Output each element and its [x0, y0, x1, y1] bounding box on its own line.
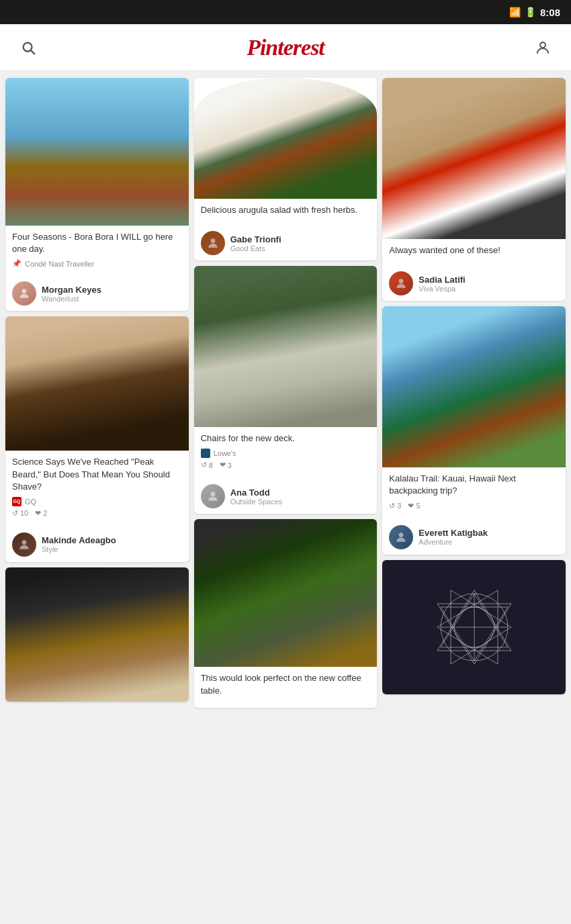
pin-card-beard[interactable]: Science Says We've Reached "Peak Beard,"…: [5, 316, 189, 562]
pin-image-furniture: [5, 567, 189, 702]
pin-grid: Four Seasons - Bora Bora I WILL go here …: [0, 71, 571, 714]
status-icons: 📶 🔋 8:08: [509, 7, 560, 18]
wifi-icon: 📶: [509, 7, 521, 17]
pin-title-bora-bora: Four Seasons - Bora Bora I WILL go here …: [12, 231, 182, 255]
svg-point-2: [540, 42, 545, 48]
pin-source-name-deck-chair: Lowe's: [214, 449, 236, 457]
pin-stats-kauai: ↺ 3 ❤ 5: [389, 502, 559, 510]
user-name-everett-katigbak: Everett Katigbak: [419, 528, 488, 538]
center-column: Delicious arugula salad with fresh herbs…: [194, 78, 378, 708]
pin-card-kauai[interactable]: Kalalau Trail: Kauai, Hawaii Next backpa…: [382, 306, 566, 554]
svg-point-8: [399, 533, 404, 537]
avatar-makinde-adeagbo: [12, 533, 36, 557]
pin-title-beard: Science Says We've Reached "Peak Beard,"…: [12, 456, 182, 493]
like-icon-deck-chair: ❤: [220, 461, 226, 469]
user-info-makinde-adeagbo: Makinde Adeagbo Style: [42, 535, 116, 553]
pin-content-deck-chair: Chairs for the new deck. Lowe's ↺ 8 ❤ 3: [194, 427, 378, 480]
repin-count-deck-chair: 8: [209, 461, 213, 469]
status-time: 8:08: [540, 7, 560, 18]
repin-icon-kauai: ↺: [389, 502, 395, 510]
pin-title-deck-chair: Chairs for the new deck.: [201, 432, 371, 445]
pin-card-vespa[interactable]: Always wanted one of these! Sadia Latifi…: [382, 78, 566, 301]
user-info-sadia-latifi: Sadia Latifi Viva Vespa: [419, 275, 465, 293]
battery-icon: 🔋: [525, 7, 536, 17]
pin-source-name-beard: GQ: [25, 498, 36, 506]
user-name-ana-todd: Ana Todd: [230, 488, 283, 498]
svg-point-5: [210, 239, 215, 244]
pin-content-terrarium: This would look perfect on the new coffe…: [194, 667, 378, 707]
svg-line-1: [31, 50, 34, 54]
lowes-source-icon: [201, 449, 210, 458]
pin-content-vespa: Always wanted one of these!: [382, 239, 566, 267]
app-logo: Pinterest: [247, 35, 324, 60]
pin-content-beard: Science Says We've Reached "Peak Beard,"…: [5, 451, 189, 528]
user-board-makinde-adeagbo: Style: [42, 545, 116, 553]
pin-image-kauai: [382, 306, 566, 467]
pin-stats-beard: ↺ 10 ❤ 2: [12, 509, 182, 518]
pin-image-terrarium: [194, 519, 378, 667]
like-icon: ❤: [35, 509, 41, 518]
pin-card-furniture[interactable]: [5, 567, 189, 702]
pin-user-salad: Gabe Trionfi Good Eats: [194, 227, 378, 261]
repins-stat-beard: ↺ 10: [12, 509, 28, 518]
likes-stat-kauai: ❤ 5: [408, 502, 420, 510]
pin-card-bora-bora[interactable]: Four Seasons - Bora Bora I WILL go here …: [5, 78, 189, 311]
user-board-gabe-trionfi: Good Eats: [230, 244, 281, 252]
like-count-beard: 2: [43, 509, 47, 517]
pin-card-geometric[interactable]: [382, 560, 566, 694]
pin-title-kauai: Kalalau Trail: Kauai, Hawaii Next backpa…: [389, 473, 559, 497]
geometric-svg: [434, 587, 515, 667]
user-board-morgan-keyes: Wanderlust: [42, 295, 101, 303]
likes-stat-beard: ❤ 2: [35, 509, 47, 518]
user-name-sadia-latifi: Sadia Latifi: [419, 275, 465, 285]
status-bar: 📶 🔋 8:08: [0, 0, 571, 24]
pin-title-terrarium: This would look perfect on the new coffe…: [201, 672, 371, 696]
pin-title-salad: Delicious arugula salad with fresh herbs…: [201, 204, 371, 216]
avatar-gabe-trionfi: [201, 231, 225, 255]
likes-stat-deck-chair: ❤ 3: [220, 461, 232, 469]
avatar-morgan-keyes: [12, 281, 36, 306]
like-count-kauai: 5: [416, 502, 420, 510]
user-info-gabe-trionfi: Gabe Trionfi Good Eats: [230, 234, 281, 252]
search-button[interactable]: [16, 36, 40, 60]
pin-image-salad: [194, 78, 378, 199]
pin-card-terrarium[interactable]: This would look perfect on the new coffe…: [194, 519, 378, 707]
repin-icon-deck-chair: ↺: [201, 461, 207, 469]
pin-user-vespa: Sadia Latifi Viva Vespa: [382, 267, 566, 301]
pin-card-deck-chair[interactable]: Chairs for the new deck. Lowe's ↺ 8 ❤ 3: [194, 266, 378, 514]
avatar-everett-katigbak: [389, 525, 413, 549]
svg-point-4: [22, 540, 27, 545]
user-name-morgan-keyes: Morgan Keyes: [42, 285, 101, 295]
profile-button[interactable]: [531, 36, 555, 60]
app-header: Pinterest: [0, 24, 571, 71]
pin-image-beard: [5, 316, 189, 451]
repin-count-beard: 10: [20, 509, 28, 517]
repins-stat-deck-chair: ↺ 8: [201, 461, 213, 469]
right-column: Always wanted one of these! Sadia Latifi…: [382, 78, 566, 694]
pin-user-deck-chair: Ana Todd Outside Spaces: [194, 480, 378, 514]
pin-content-bora-bora: Four Seasons - Bora Bora I WILL go here …: [5, 226, 189, 277]
user-name-gabe-trionfi: Gabe Trionfi: [230, 234, 281, 244]
user-info-everett-katigbak: Everett Katigbak Adventure: [419, 528, 488, 546]
repin-count-kauai: 3: [397, 502, 401, 510]
user-board-sadia-latifi: Viva Vespa: [419, 285, 465, 293]
repin-icon: ↺: [12, 509, 18, 518]
pin-image-geometric: [382, 560, 566, 694]
svg-point-6: [210, 492, 215, 497]
pin-content-kauai: Kalalau Trail: Kauai, Hawaii Next backpa…: [382, 467, 566, 520]
pin-card-salad[interactable]: Delicious arugula salad with fresh herbs…: [194, 78, 378, 261]
user-name-makinde-adeagbo: Makinde Adeagbo: [42, 535, 116, 545]
user-info-morgan-keyes: Morgan Keyes Wanderlust: [42, 285, 101, 303]
pin-stats-deck-chair: ↺ 8 ❤ 3: [201, 461, 371, 469]
pin-source-deck-chair: Lowe's: [201, 449, 371, 458]
pin-image-vespa: [382, 78, 566, 239]
svg-point-7: [399, 279, 404, 284]
gq-source-icon: GQ: [12, 497, 21, 506]
pin-image-deck-chair: [194, 266, 378, 427]
user-info-ana-todd: Ana Todd Outside Spaces: [230, 488, 283, 506]
pin-user-bora-bora: Morgan Keyes Wanderlust: [5, 277, 189, 311]
pin-content-salad: Delicious arugula salad with fresh herbs…: [194, 199, 378, 227]
repins-stat-kauai: ↺ 3: [389, 502, 401, 510]
pin-source-bora-bora: 📌 Condé Nast Traveller: [12, 259, 182, 268]
user-board-everett-katigbak: Adventure: [419, 538, 488, 546]
